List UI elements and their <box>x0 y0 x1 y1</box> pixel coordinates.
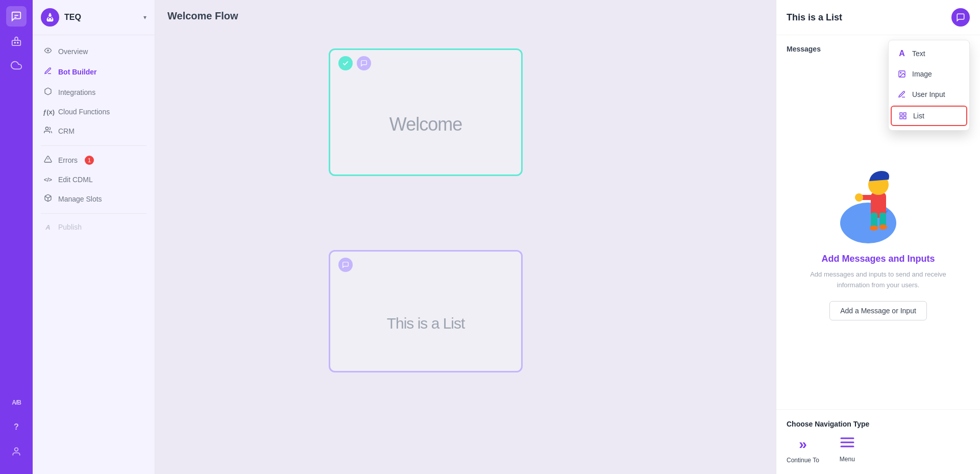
edit-cdml-icon: </> <box>43 177 53 183</box>
list-node-icons <box>330 252 521 276</box>
image-icon <box>897 69 907 79</box>
welcome-node-label: Welcome <box>330 74 521 174</box>
nav-label-bot-builder: Bot Builder <box>58 68 96 76</box>
svg-point-29 <box>879 224 887 230</box>
empty-illustration <box>832 152 924 243</box>
empty-state-description: Add messages and inputs to send and rece… <box>807 269 950 291</box>
icon-bar: A/B ? <box>0 0 33 474</box>
list-node-label: This is a List <box>330 276 521 371</box>
svg-point-13 <box>47 50 49 52</box>
nav-label-errors: Errors <box>58 156 78 164</box>
nav-item-errors[interactable]: Errors 1 <box>33 150 155 170</box>
text-icon: A <box>897 48 907 59</box>
nav-option-continue-to[interactable]: » Continue To <box>787 436 819 464</box>
integrations-icon <box>43 87 53 97</box>
svg-point-3 <box>14 42 15 43</box>
dropdown-item-text[interactable]: A Text <box>889 43 969 64</box>
svg-point-14 <box>45 127 48 130</box>
nav-item-bot-builder[interactable]: Bot Builder <box>33 62 155 82</box>
nav-item-manage-slots[interactable]: Manage Slots <box>33 189 155 209</box>
dropdown-label-text: Text <box>912 49 925 58</box>
svg-rect-22 <box>903 116 906 119</box>
svg-rect-20 <box>900 113 902 115</box>
right-panel: This is a List Messages + A Text Image U… <box>776 0 980 474</box>
dropdown-item-user-input[interactable]: User Input <box>889 84 969 105</box>
svg-point-4 <box>17 42 18 43</box>
sidebar-chevron-icon[interactable]: ▾ <box>143 14 146 21</box>
welcome-node-content: Welcome <box>330 50 521 174</box>
svg-point-32 <box>855 193 863 202</box>
list-icon <box>898 111 908 121</box>
svg-point-28 <box>870 226 878 231</box>
main-canvas: Welcome Flow Welcome <box>155 0 776 474</box>
menu-label: Menu <box>840 456 855 463</box>
svg-rect-7 <box>47 18 54 21</box>
svg-rect-23 <box>900 116 902 119</box>
svg-rect-11 <box>47 17 48 18</box>
user-icon-btn[interactable] <box>6 441 27 462</box>
welcome-node[interactable]: Welcome <box>329 48 523 176</box>
list-node-content: This is a List <box>330 252 521 371</box>
nav-item-crm[interactable]: CRM <box>33 121 155 141</box>
bot-icon-btn[interactable] <box>6 31 27 51</box>
sidebar: TEQ ▾ Overview Bot Builder Integrations … <box>33 0 155 474</box>
svg-point-24 <box>840 203 896 243</box>
dropdown-menu: A Text Image User Input List <box>888 40 970 131</box>
svg-point-6 <box>48 14 52 17</box>
nav-label-integrations: Integrations <box>58 88 95 96</box>
svg-point-19 <box>900 72 901 73</box>
svg-point-9 <box>51 18 52 19</box>
nav-label-edit-cdml: Edit CDML <box>58 176 93 184</box>
nav-item-cloud-functions[interactable]: ƒ(x) Cloud Functions <box>33 103 155 121</box>
nav-option-menu[interactable]: Menu <box>840 436 855 464</box>
panel-title: This is a List <box>787 12 842 23</box>
svg-rect-10 <box>49 13 51 14</box>
svg-point-8 <box>48 18 50 19</box>
dropdown-item-image[interactable]: Image <box>889 64 969 84</box>
nav-divider-1 <box>41 145 146 146</box>
panel-header: This is a List <box>776 0 980 35</box>
navigation-section-title: Choose Navigation Type <box>787 420 970 428</box>
dropdown-label-user-input: User Input <box>912 90 945 98</box>
icon-bar-top <box>6 6 27 388</box>
messages-label: Messages <box>787 45 821 53</box>
nav-item-overview[interactable]: Overview <box>33 41 155 62</box>
sidebar-logo <box>41 8 59 27</box>
list-node[interactable]: This is a List <box>329 250 523 372</box>
bot-builder-icon <box>43 67 53 77</box>
nav-label-overview: Overview <box>58 47 88 56</box>
dropdown-label-image: Image <box>912 70 932 78</box>
continue-to-label: Continue To <box>787 457 819 464</box>
user-input-icon <box>897 89 907 99</box>
svg-rect-21 <box>903 113 906 115</box>
svg-rect-12 <box>52 17 53 18</box>
empty-state-title: Add Messages and Inputs <box>821 254 935 264</box>
svg-rect-2 <box>12 40 21 45</box>
svg-point-5 <box>15 448 18 452</box>
error-badge: 1 <box>85 156 94 165</box>
panel-chat-icon <box>951 8 970 27</box>
nav-label-publish: Publish <box>58 223 82 231</box>
dropdown-item-list[interactable]: List <box>891 106 967 126</box>
nav-label-crm: CRM <box>58 127 75 135</box>
chat-icon-btn[interactable] <box>6 6 27 27</box>
help-icon-btn[interactable]: ? <box>6 417 27 437</box>
list-chat-icon-circle <box>338 258 353 272</box>
continue-to-icon: » <box>799 436 807 453</box>
translate-icon-btn[interactable]: A/B <box>6 392 27 413</box>
nav-label-cloud-functions: Cloud Functions <box>58 108 110 116</box>
check-icon-circle <box>338 56 353 70</box>
cloud-functions-icon: ƒ(x) <box>43 108 53 116</box>
nav-item-edit-cdml[interactable]: </> Edit CDML <box>33 170 155 189</box>
sidebar-header: TEQ ▾ <box>33 0 155 35</box>
manage-slots-icon <box>43 194 53 204</box>
welcome-node-icons <box>330 50 521 74</box>
icon-bar-bottom: A/B ? <box>6 392 27 468</box>
add-message-or-input-button[interactable]: Add a Message or Input <box>829 301 927 320</box>
nav-item-publish[interactable]: A Publish <box>33 218 155 236</box>
nav-item-integrations[interactable]: Integrations <box>33 82 155 103</box>
cloud-icon-btn[interactable] <box>6 55 27 76</box>
navigation-options: » Continue To Menu <box>787 436 970 464</box>
publish-icon: A <box>43 223 53 231</box>
sidebar-nav: Overview Bot Builder Integrations ƒ(x) C… <box>33 35 155 242</box>
